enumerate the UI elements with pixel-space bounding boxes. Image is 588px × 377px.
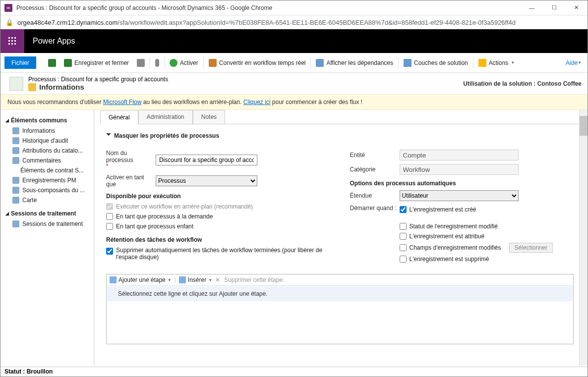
waffle-icon[interactable]	[0, 29, 24, 53]
process-name-input[interactable]	[156, 155, 257, 165]
start-fields-checkbox[interactable]	[400, 244, 407, 251]
add-step-button[interactable]: Ajouter une étape ▼	[110, 276, 172, 283]
select-fields-button: Sélectionner	[509, 243, 553, 253]
nav-item-subcomponents[interactable]: Sous-composants du ...	[3, 185, 91, 195]
background-checkbox	[106, 203, 113, 210]
svg-rect-7	[11, 43, 13, 45]
ms-flow-link[interactable]: Microsoft Flow	[103, 99, 141, 106]
solution-layers-button[interactable]: Couches de solution	[400, 53, 472, 72]
solution-usage-label: Utilisation de la solution : Contoso Cof…	[463, 80, 582, 87]
nav-item-comments[interactable]: Commentaires	[3, 156, 91, 165]
start-assigned-label: L'enregistrement est attribué	[410, 233, 485, 240]
attach-button[interactable]	[151, 53, 163, 72]
deps-icon	[316, 59, 324, 67]
entity-label: Entité	[350, 152, 400, 159]
actions-menu-button[interactable]: Actions ▼	[474, 53, 519, 72]
nav-item-informations[interactable]: Informations	[3, 126, 91, 136]
tab-administration[interactable]: Administration	[138, 110, 193, 124]
auto-options-heading: Options des processus automatiques	[350, 180, 574, 187]
nav-group-common[interactable]: ◢Éléments communs	[3, 115, 91, 126]
brand-title: Power Apps	[33, 37, 75, 46]
page-title: Informations	[39, 83, 84, 91]
activate-as-select[interactable]: Processus	[156, 175, 257, 186]
tab-general[interactable]: Général	[100, 110, 138, 124]
minimize-button[interactable]: —	[521, 0, 543, 15]
child-process-checkbox[interactable]	[106, 223, 113, 230]
url-path: /sfa/workflow/edit.aspx?appSolutionId=%7…	[118, 19, 516, 26]
window-title: Processus : Discount for a specific grou…	[16, 4, 521, 11]
svg-rect-1	[11, 37, 13, 39]
print-icon	[137, 59, 145, 67]
toggle-process-props[interactable]: Masquer les propriétés de processus	[106, 130, 574, 141]
layers-icon	[404, 59, 412, 67]
app-brand-bar: Power Apps	[0, 29, 588, 53]
left-nav: ◢Éléments communs Informations Historiqu…	[0, 110, 94, 366]
background-label: Exécuter ce workflow en arrière-plan (re…	[116, 203, 253, 210]
catalog-icon	[12, 147, 19, 154]
convert-button[interactable]: Convertir en workflow temps réel	[205, 53, 310, 72]
address-bar[interactable]: 🔒 orgea48c4e7.crm12.dynamics.com/sfa/wor…	[0, 15, 588, 29]
close-button[interactable]: ✕	[565, 0, 588, 15]
start-fields-label: Champs d'enregistrement modifiés	[410, 244, 501, 251]
svg-rect-0	[8, 37, 10, 39]
history-icon	[12, 137, 19, 144]
svg-rect-4	[11, 40, 13, 42]
nav-item-audit-history[interactable]: Historique d'audit	[3, 136, 91, 146]
nav-item-catalog-assign[interactable]: Attributions du catalo...	[3, 146, 91, 156]
click-here-link[interactable]: Cliquez ici	[243, 99, 271, 106]
start-deleted-checkbox[interactable]	[400, 256, 407, 263]
nav-group-sessions[interactable]: ◢Sessions de traitement	[3, 208, 91, 219]
tab-notes[interactable]: Notes	[193, 110, 225, 124]
activate-button[interactable]: Activer	[166, 53, 202, 72]
collapse-triangle-icon	[106, 133, 111, 138]
tabstrip: Général Administration Notes	[100, 110, 588, 124]
flow-recommendation-bar: Nous vous recommandons d'utiliser Micros…	[0, 94, 588, 110]
nav-item-pm-records[interactable]: Enregistrements PM	[3, 175, 91, 185]
category-field	[400, 164, 519, 175]
step-placeholder-row[interactable]: Sélectionnez cette ligne et cliquez sur …	[107, 286, 573, 301]
save-button[interactable]	[44, 53, 60, 72]
lock-icon: 🔒	[5, 19, 13, 26]
paperclip-icon	[155, 59, 159, 67]
save-close-icon	[64, 59, 72, 67]
window-title-bar: ∞ Processus : Discount for a specific gr…	[0, 0, 588, 15]
components-icon	[12, 187, 19, 194]
steps-toolbar: Ajouter une étape ▼ | Insérer ▼ ✕Supprim…	[107, 274, 573, 286]
activate-as-label: Activer en tant que	[106, 174, 156, 188]
start-status-checkbox[interactable]	[400, 223, 407, 230]
vertical-scrollbar[interactable]	[579, 110, 588, 366]
nav-item-contract-elements[interactable]: Éléments de contrat S...	[3, 165, 91, 175]
insert-step-button[interactable]: Insérer ▼	[179, 276, 212, 283]
file-menu-button[interactable]: Fichier	[4, 56, 36, 69]
steps-editor: Ajouter une étape ▼ | Insérer ▼ ✕Supprim…	[106, 274, 574, 344]
process-icon	[9, 77, 23, 91]
child-process-label: En tant que processus enfant	[116, 223, 193, 230]
delete-step-button: ✕Supprimer cette étape.	[215, 276, 284, 283]
breadcrumb: Processus : Discount for a specific grou…	[28, 76, 168, 83]
svg-rect-2	[14, 37, 16, 39]
print-button[interactable]	[133, 53, 149, 72]
start-when-label: Démarrer quand :	[350, 205, 400, 264]
on-demand-checkbox[interactable]	[106, 213, 113, 220]
nav-item-card[interactable]: Carte	[3, 195, 91, 205]
url-host: orgea48c4e7.crm12.dynamics.com	[17, 19, 118, 26]
nav-item-sessions[interactable]: Sessions de traitement	[3, 219, 91, 229]
scope-select[interactable]: Utilisateur	[400, 190, 519, 201]
svg-rect-6	[8, 43, 10, 45]
start-created-checkbox[interactable]	[400, 206, 407, 213]
records-icon	[12, 177, 19, 184]
activate-icon	[170, 59, 177, 67]
start-assigned-checkbox[interactable]	[400, 233, 407, 240]
show-deps-button[interactable]: Afficher les dépendances	[312, 53, 397, 72]
command-bar: Fichier Enregistrer et fermer Activer Co…	[0, 53, 588, 73]
page-header: Processus : Discount for a specific grou…	[0, 73, 588, 94]
start-status-label: Statut de l'enregistrement modifié	[410, 223, 498, 230]
status-text: Statut : Brouillon	[4, 368, 53, 375]
help-button[interactable]: Aide ▼	[564, 59, 588, 66]
status-bar: Statut : Brouillon	[0, 367, 588, 377]
maximize-button[interactable]: ☐	[543, 0, 565, 15]
auto-delete-checkbox[interactable]	[106, 248, 113, 255]
convert-icon	[209, 59, 217, 67]
scrollbar-thumb[interactable]	[580, 116, 588, 136]
save-close-button[interactable]: Enregistrer et fermer	[60, 53, 133, 72]
